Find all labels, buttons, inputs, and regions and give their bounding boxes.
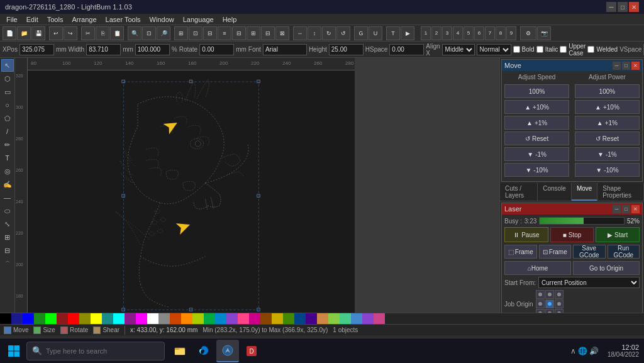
menu-arrange[interactable]: Arrange [68,15,100,24]
rotate-input[interactable] [199,44,234,55]
run-gcode-button[interactable]: Run GCode [608,245,640,259]
origin-ml[interactable] [536,299,545,308]
swatch-darkmagenta[interactable] [125,313,136,325]
radius-tool[interactable]: ⌒ [1,257,14,270]
swatch-lime[interactable] [192,313,204,325]
xpos-input[interactable] [19,44,54,55]
grid-button[interactable]: ⊞ [174,26,188,40]
polygon-tool[interactable]: ⬠ [1,112,14,125]
swatch-purple[interactable] [226,313,238,325]
move-panel-minimize[interactable]: ─ [613,62,621,70]
line-tool[interactable]: / [1,125,14,138]
path-tool[interactable]: ⤡ [1,218,14,230]
array-tool[interactable]: ⊟ [1,244,14,257]
position-tool[interactable]: ◎ [1,165,14,177]
swatch-orange-dark[interactable] [170,313,181,325]
num-5[interactable]: 5 [464,26,474,40]
swatch-gold[interactable] [272,313,283,325]
move-panel-maximize[interactable]: □ [622,62,630,70]
menu-edit[interactable]: Edit [23,15,42,24]
minimize-button[interactable]: ─ [606,2,616,12]
hspace-input[interactable] [389,44,424,55]
swatch-medium-purple[interactable] [362,313,374,325]
align-bottom[interactable]: ⊠ [275,26,289,40]
stop-button[interactable]: ■ Stop [550,227,594,242]
ungroup-button[interactable]: U [369,26,382,40]
swatch-skyblue[interactable] [215,313,226,325]
move-panel-close[interactable]: ✕ [631,62,640,70]
start-from-select[interactable]: Current Position Absolute Coords User Or… [538,277,640,288]
pct1-input[interactable] [135,44,170,55]
swatch-steel-blue[interactable] [351,313,362,325]
swatch-darkred[interactable] [57,313,68,325]
tab-console[interactable]: Console [538,183,572,201]
tab-cuts-layers[interactable]: Cuts / Layers [500,183,538,201]
tray-volume-icon[interactable]: 🔊 [589,347,599,355]
swatch-hotpink[interactable] [249,313,260,325]
undo-button[interactable]: ↩ [49,26,63,40]
align-center[interactable]: ≡ [218,26,231,40]
ellipse-tool[interactable]: ⬭ [1,204,14,217]
tab-move[interactable]: Move [572,183,597,201]
origin-tr[interactable] [555,290,564,299]
zoom-out-button[interactable]: 🔎 [157,26,170,40]
taskbar-edge[interactable] [192,340,215,362]
camera-button[interactable]: 📷 [537,26,551,40]
swatch-yellow[interactable] [91,313,102,325]
power-minus1-button[interactable]: ▼-1% [575,147,640,161]
power-plus1-button[interactable]: ▲+1% [575,116,640,130]
preview-button[interactable]: ▶ [401,26,414,40]
circle-tool[interactable]: ○ [1,99,14,111]
select-tool[interactable]: ↖ [1,59,14,72]
frame-button-1[interactable]: ⬚ Frame [504,245,537,259]
swatch-orange[interactable] [181,313,192,325]
swatch-blue[interactable] [23,313,34,325]
swatch-gray[interactable] [158,313,170,325]
align-left[interactable]: ⊟ [203,26,217,40]
laser-panel-maximize[interactable]: □ [622,205,630,213]
taskbar-dragon-app[interactable]: D [240,340,263,362]
menu-help[interactable]: Help [219,15,241,24]
origin-bl[interactable] [536,309,545,313]
swatch-teal[interactable] [204,313,215,325]
trace-button[interactable]: T [386,26,400,40]
swatch-darkgreen[interactable] [34,313,45,325]
maximize-button[interactable]: □ [618,2,628,12]
font-input[interactable] [263,44,307,55]
num-6[interactable]: 6 [474,26,484,40]
start-button[interactable]: ▶ Start [596,227,640,242]
swatch-red[interactable] [68,313,79,325]
tab-shape-properties[interactable]: Shape Properties [597,183,644,201]
rect-tool[interactable]: ▭ [1,86,14,98]
text-tool[interactable]: T [1,152,14,164]
go-to-origin-button[interactable]: Go to Origin [573,261,640,275]
taskbar-explorer[interactable] [169,340,191,362]
zoom-fit-button[interactable]: ⊡ [142,26,156,40]
pause-button[interactable]: ⏸ Pause [504,227,548,242]
swatch-navy[interactable] [294,313,306,325]
speed-100-button[interactable]: 100% [504,84,569,98]
save-gcode-button[interactable]: Save GCode [573,245,606,259]
num-2[interactable]: 2 [431,26,441,40]
tray-network-icon[interactable]: 🌐 [578,347,587,355]
pen-tool[interactable]: ✏ [1,138,14,151]
swatch-brown[interactable] [260,313,272,325]
swatch-sea-green[interactable] [340,313,351,325]
frame-button-2[interactable]: ⊡ Frame [539,245,572,259]
speed-minus1-button[interactable]: ▼-1% [504,147,569,161]
origin-tc[interactable] [545,290,554,299]
alignx-select[interactable]: MiddleLeftRight [442,44,475,55]
settings-button[interactable]: ⚙ [520,26,536,40]
tray-up-icon[interactable]: ∧ [570,347,576,355]
measure-tool[interactable]: — [1,191,14,204]
flip-h[interactable]: ↔ [293,26,307,40]
power-plus10-button[interactable]: ▲+10% [575,100,640,114]
num-1[interactable]: 1 [421,26,431,40]
open-button[interactable]: 📁 [17,26,31,40]
italic-check[interactable] [536,46,543,53]
speed-plus1-button[interactable]: ▲+1% [504,116,569,130]
origin-mc[interactable] [545,299,554,308]
swatch-white[interactable] [147,313,158,325]
node-tool[interactable]: ⬡ [1,72,14,85]
swatch-darkyellow[interactable] [79,313,91,325]
